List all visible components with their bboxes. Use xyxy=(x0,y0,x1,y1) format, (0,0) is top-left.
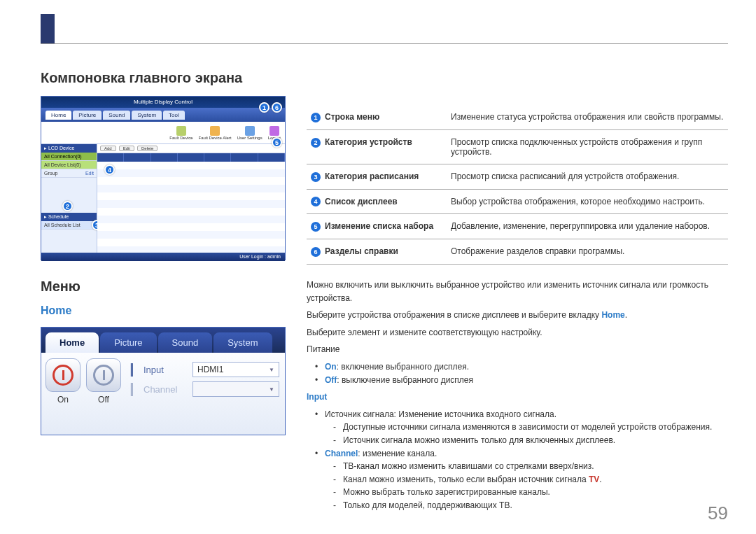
menu-src-sub2: Источник сигнала можно изменить только д… xyxy=(343,434,728,447)
tab-picture[interactable]: Picture xyxy=(73,111,102,120)
page-number: 59 xyxy=(708,503,728,524)
power-off-icon xyxy=(93,365,114,386)
tab-system[interactable]: System xyxy=(132,111,162,120)
home-screenshot: Home Picture Sound System On xyxy=(41,327,286,435)
app-screenshot: Multiple Display Control Home Picture So… xyxy=(41,96,286,260)
input-select[interactable]: HDMI1▼ xyxy=(192,362,279,377)
header-accent xyxy=(41,14,55,43)
chevron-down-icon: ▼ xyxy=(269,386,274,393)
input-label: Input xyxy=(144,365,192,375)
menu-off-item: Off: выключение выбранного дисплея xyxy=(325,374,728,387)
heading-home: Home xyxy=(41,304,286,317)
legend-row-4: 4Список дисплеевВыбор устройства отображ… xyxy=(307,189,728,214)
menu-p1: Можно включить или выключить выбранное у… xyxy=(307,279,728,304)
sidebar-all-list[interactable]: All Device List(0) xyxy=(41,161,97,169)
sidebar-group-row: Group Edit xyxy=(41,169,97,178)
grid-delete[interactable]: Delete xyxy=(137,146,158,151)
power-on-label: On xyxy=(57,395,69,405)
channel-select: ▼ xyxy=(192,381,279,397)
chevron-down-icon: ▼ xyxy=(269,367,274,373)
power-on-button[interactable] xyxy=(46,358,80,392)
menu-p2: Выберите устройства отображения в списке… xyxy=(307,309,728,322)
sidebar-edit-link[interactable]: Edit xyxy=(85,171,94,176)
ui2-tab-sound[interactable]: Sound xyxy=(158,332,213,353)
app-title: Multiple Display Control xyxy=(41,97,285,108)
input-kw: Input xyxy=(307,392,327,402)
power-off-label: Off xyxy=(98,395,109,405)
legend-row-6: 6Разделы справкиОтображение разделов спр… xyxy=(307,239,728,265)
grid-edit[interactable]: Edit xyxy=(119,146,134,151)
legend-row-3: 3Категория расписанияПросмотр списка рас… xyxy=(307,164,728,189)
callout-6: 6 xyxy=(272,102,282,113)
ui2-tab-picture[interactable]: Picture xyxy=(100,332,156,353)
ui2-tab-system[interactable]: System xyxy=(214,332,272,353)
power-on-icon xyxy=(52,365,74,386)
callout-4: 4 xyxy=(104,164,115,175)
app-toolbar: Fault Device Fault Device Alert User Set… xyxy=(41,122,285,144)
menu-ch-sub1: ТВ-канал можно изменить клавишами со стр… xyxy=(343,460,728,473)
menu-ch-sub2: Канал можно изменить, только если выбран… xyxy=(343,473,728,486)
toolbar-fault-alert[interactable]: Fault Device Alert xyxy=(199,126,232,140)
menu-on-item: On: включение выбранного дисплея. xyxy=(325,360,728,374)
toolbar-fault-device[interactable]: Fault Device xyxy=(169,126,192,140)
channel-label: Channel xyxy=(144,384,192,395)
grid-add[interactable]: Add xyxy=(100,146,116,151)
heading-layout: Компоновка главного экрана xyxy=(41,70,286,86)
legend-table: 1Строка менюИзменение статуса устройства… xyxy=(307,105,728,265)
ui2-tab-home[interactable]: Home xyxy=(46,332,99,353)
callout-2: 2 xyxy=(62,201,73,211)
menu-power-label: Питание xyxy=(307,343,728,356)
app-status: User Login : admin xyxy=(41,253,285,261)
legend-row-1: 1Строка менюИзменение статуса устройства… xyxy=(307,105,728,129)
header-rule xyxy=(41,43,728,44)
app-sidebar: ▸ LCD Device All Connection(0) All Devic… xyxy=(41,144,97,253)
menu-ch-sub3: Можно выбрать только зарегистрированные … xyxy=(343,486,728,499)
page-content: Компоновка главного экрана Multiple Disp… xyxy=(41,70,728,513)
callout-1: 1 xyxy=(259,102,270,113)
sidebar-schedule-header: ▸ Schedule xyxy=(41,213,97,221)
sidebar-lcd-header: ▸ LCD Device xyxy=(41,144,97,153)
app-tabs: Home Picture Sound System Tool 1 6 xyxy=(41,108,285,122)
sidebar-all-conn[interactable]: All Connection(0) xyxy=(41,153,97,161)
sidebar-schedule-item[interactable]: All Schedule List 3 xyxy=(41,221,97,230)
toolbar-user-settings[interactable]: User Settings xyxy=(237,126,262,140)
menu-src-sub1: Доступные источники сигнала изменяются в… xyxy=(343,421,728,434)
menu-src-item: Источник сигнала: Изменение источника вх… xyxy=(325,408,728,421)
legend-row-2: 2Категория устройствПросмотр списка подк… xyxy=(307,129,728,164)
menu-description: Можно включить или выключить выбранное у… xyxy=(307,279,728,512)
legend-row-5: 5Изменение списка набораДобавление, изме… xyxy=(307,214,728,239)
app-grid: Add Edit Delete 4 xyxy=(97,144,285,253)
menu-ch-sub4: Только для моделей, поддерживающих ТВ. xyxy=(343,499,728,512)
power-off-button[interactable] xyxy=(86,358,121,392)
menu-p3: Выберите элемент и измените соответствую… xyxy=(307,326,728,339)
tab-sound[interactable]: Sound xyxy=(103,111,130,120)
tab-tool[interactable]: Tool xyxy=(163,111,185,120)
heading-menu: Меню xyxy=(41,279,286,295)
menu-channel-item: Channel: изменение канала. xyxy=(325,447,728,461)
tab-home[interactable]: Home xyxy=(46,111,71,120)
